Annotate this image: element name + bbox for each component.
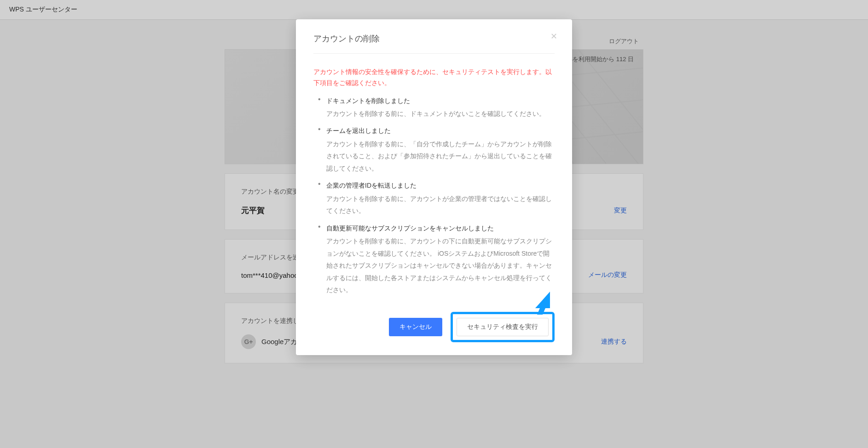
list-item: 自動更新可能なサブスクリプションをキャンセルしました アカウントを削除する前に、… <box>315 223 555 296</box>
item-desc: アカウントを削除する前に、ドキュメントがないことを確認してください。 <box>326 108 555 120</box>
run-security-check-button[interactable]: セキュリティ検査を実行 <box>457 318 549 336</box>
item-title: 自動更新可能なサブスクリプションをキャンセルしました <box>326 223 555 234</box>
cancel-button[interactable]: キャンセル <box>389 318 442 336</box>
modal-title: アカウントの削除 <box>313 33 555 54</box>
tutorial-arrow-icon <box>532 291 555 314</box>
item-desc: アカウントを削除する前に、アカウントが企業の管理者ではないことを確認してください… <box>326 193 555 217</box>
list-item: 企業の管理者IDを転送しました アカウントを削除する前に、アカウントが企業の管理… <box>315 180 555 217</box>
modal-warning-text: アカウント情報の安全性を確保するために、セキュリティテストを実行します。以下項目… <box>313 67 555 89</box>
list-item: ドキュメントを削除しました アカウントを削除する前に、ドキュメントがないことを確… <box>315 95 555 120</box>
tutorial-highlight: セキュリティ検査を実行 <box>451 312 555 342</box>
modal-overlay: ✕ アカウントの削除 アカウント情報の安全性を確保するために、セキュリティテスト… <box>0 0 868 447</box>
delete-account-modal: ✕ アカウントの削除 アカウント情報の安全性を確保するために、セキュリティテスト… <box>296 19 572 355</box>
item-desc: アカウントを削除する前に、アカウントの下に自動更新可能なサブスクリプションがない… <box>326 235 555 296</box>
list-item: チームを退出しました アカウントを削除する前に、「自分で作成したチーム」からアカ… <box>315 125 555 174</box>
item-title: ドキュメントを削除しました <box>326 95 555 107</box>
modal-actions: キャンセル セキュリティ検査を実行 <box>313 312 555 342</box>
item-title: 企業の管理者IDを転送しました <box>326 180 555 191</box>
item-desc: アカウントを削除する前に、「自分で作成したチーム」からアカウントが削除されている… <box>326 138 555 175</box>
close-icon[interactable]: ✕ <box>549 32 558 41</box>
modal-checklist: ドキュメントを削除しました アカウントを削除する前に、ドキュメントがないことを確… <box>313 95 555 296</box>
item-title: チームを退出しました <box>326 125 555 137</box>
